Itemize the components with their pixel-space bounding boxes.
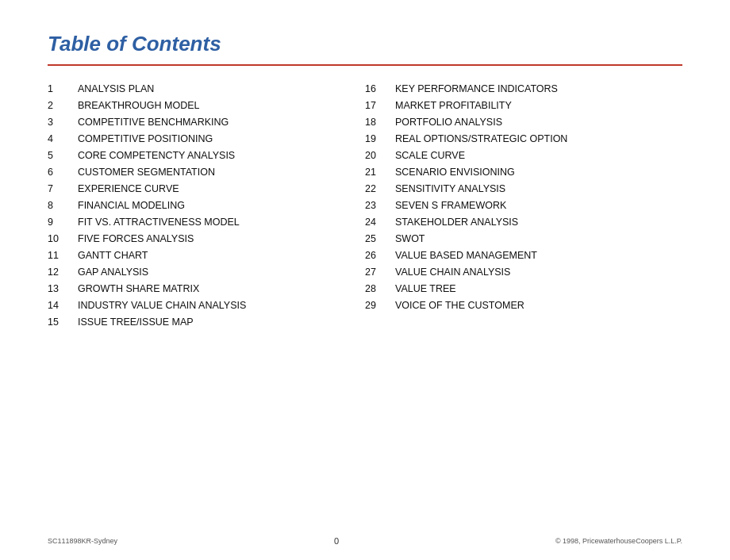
toc-row: 13GROWTH SHARE MATRIX [48,283,365,294]
toc-entry-text: SENSITIVITY ANALYSIS [395,183,505,194]
toc-entry-text: PORTFOLIO ANALYSIS [395,117,502,128]
toc-number: 8 [48,200,78,211]
toc-number: 5 [48,150,78,161]
footer-right: © 1998, PricewaterhouseCoopers L.L.P. [555,537,682,545]
toc-row: 6CUSTOMER SEGMENTATION [48,167,365,178]
toc-entry-text: VALUE CHAIN ANALYSIS [395,267,510,278]
toc-entry-text: KEY PERFORMANCE INDICATORS [395,83,558,94]
toc-entry-text: MARKET PROFITABILITY [395,100,512,111]
toc-number: 10 [48,233,78,244]
page-title: Table of Contents [48,32,682,56]
toc-number: 28 [365,283,395,294]
toc-number: 25 [365,233,395,244]
toc-row: 27VALUE CHAIN ANALYSIS [365,267,682,278]
toc-number: 29 [365,300,395,311]
toc-row: 1ANALYSIS PLAN [48,83,365,94]
toc-number: 20 [365,150,395,161]
toc-number: 23 [365,200,395,211]
toc-number: 14 [48,300,78,311]
toc-number: 7 [48,183,78,194]
toc-entry-text: VOICE OF THE CUSTOMER [395,300,524,311]
toc-number: 27 [365,267,395,278]
toc-entry-text: CORE COMPETENCTY ANALYSIS [78,150,235,161]
toc-row: 28VALUE TREE [365,283,682,294]
toc-row: 17MARKET PROFITABILITY [365,100,682,111]
toc-entry-text: SEVEN S FRAMEWORK [395,200,506,211]
toc-number: 26 [365,250,395,261]
toc-entry-text: SCENARIO ENVISIONING [395,167,515,178]
toc-number: 12 [48,267,78,278]
toc-entry-text: CUSTOMER SEGMENTATION [78,167,215,178]
footer-left: SC111898KR-Sydney [48,537,117,545]
toc-right-column: 16KEY PERFORMANCE INDICATORS17MARKET PRO… [365,83,682,333]
toc-row: 14INDUSTRY VALUE CHAIN ANALYSIS [48,300,365,311]
toc-number: 13 [48,283,78,294]
toc-entry-text: BREAKTHROUGH MODEL [78,100,200,111]
toc-entry-text: FINANCIAL MODELING [78,200,185,211]
toc-number: 1 [48,83,78,94]
title-divider [48,64,682,66]
toc-entry-text: ANALYSIS PLAN [78,83,154,94]
toc-entry-text: EXPERIENCE CURVE [78,183,179,194]
toc-row: 16KEY PERFORMANCE INDICATORS [365,83,682,94]
toc-entry-text: STAKEHOLDER ANALYSIS [395,217,518,228]
toc-row: 12GAP ANALYSIS [48,267,365,278]
toc-entry-text: GAP ANALYSIS [78,267,148,278]
toc-row: 8FINANCIAL MODELING [48,200,365,211]
toc-number: 24 [365,217,395,228]
toc-row: 18PORTFOLIO ANALYSIS [365,117,682,128]
toc-entry-text: ISSUE TREE/ISSUE MAP [78,316,194,328]
toc-number: 2 [48,100,78,111]
toc-left-column: 1ANALYSIS PLAN2BREAKTHROUGH MODEL3COMPET… [48,83,365,333]
toc-row: 2BREAKTHROUGH MODEL [48,100,365,111]
toc-row: 20SCALE CURVE [365,150,682,161]
toc-row: 21SCENARIO ENVISIONING [365,167,682,178]
toc-number: 18 [365,117,395,128]
toc-container: 1ANALYSIS PLAN2BREAKTHROUGH MODEL3COMPET… [48,83,682,333]
toc-row: 29VOICE OF THE CUSTOMER [365,300,682,311]
toc-entry-text: FIT VS. ATTRACTIVENESS MODEL [78,217,240,228]
toc-number: 11 [48,250,78,261]
toc-row: 19REAL OPTIONS/STRATEGIC OPTION [365,133,682,144]
toc-number: 22 [365,183,395,194]
toc-row: 25SWOT [365,233,682,244]
toc-row: 22SENSITIVITY ANALYSIS [365,183,682,194]
toc-row: 11GANTT CHART [48,250,365,261]
toc-row: 15ISSUE TREE/ISSUE MAP [48,316,365,328]
toc-number: 17 [365,100,395,111]
toc-entry-text: GROWTH SHARE MATRIX [78,283,199,294]
toc-entry-text: REAL OPTIONS/STRATEGIC OPTION [395,133,567,144]
toc-number: 3 [48,117,78,128]
toc-row: 3COMPETITIVE BENCHMARKING [48,117,365,128]
toc-entry-text: SWOT [395,233,425,244]
toc-entry-text: VALUE TREE [395,283,456,294]
toc-entry-text: VALUE BASED MANAGEMENT [395,250,537,261]
toc-number: 19 [365,133,395,144]
toc-row: 4COMPETITIVE POSITIONING [48,133,365,144]
toc-row: 9FIT VS. ATTRACTIVENESS MODEL [48,217,365,228]
toc-row: 24STAKEHOLDER ANALYSIS [365,217,682,228]
footer: SC111898KR-Sydney 0 © 1998, Pricewaterho… [0,536,730,546]
toc-entry-text: COMPETITIVE POSITIONING [78,133,213,144]
toc-row: 23SEVEN S FRAMEWORK [365,200,682,211]
page: Table of Contents 1ANALYSIS PLAN2BREAKTH… [0,0,730,560]
toc-row: 7EXPERIENCE CURVE [48,183,365,194]
toc-entry-text: GANTT CHART [78,250,148,261]
toc-entry-text: COMPETITIVE BENCHMARKING [78,117,229,128]
toc-number: 15 [48,316,78,328]
toc-entry-text: SCALE CURVE [395,150,465,161]
toc-number: 6 [48,167,78,178]
toc-row: 5CORE COMPETENCTY ANALYSIS [48,150,365,161]
footer-center: 0 [334,536,339,546]
toc-number: 16 [365,83,395,94]
toc-entry-text: FIVE FORCES ANALYSIS [78,233,194,244]
toc-entry-text: INDUSTRY VALUE CHAIN ANALYSIS [78,300,246,311]
toc-row: 10FIVE FORCES ANALYSIS [48,233,365,244]
toc-number: 4 [48,133,78,144]
toc-number: 21 [365,167,395,178]
toc-number: 9 [48,217,78,228]
toc-row: 26VALUE BASED MANAGEMENT [365,250,682,261]
